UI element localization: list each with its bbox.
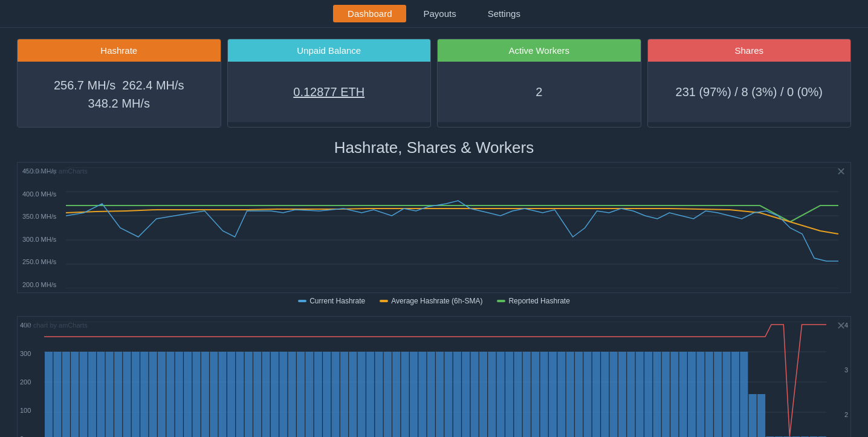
svg-rect-63 [271, 352, 279, 437]
svg-rect-61 [262, 352, 270, 437]
svg-rect-103 [444, 352, 452, 437]
svg-rect-165 [714, 352, 722, 437]
shares-chart-container: JS chart by amCharts ✕ 400 300 200 [17, 316, 851, 437]
svg-rect-101 [436, 352, 444, 437]
svg-rect-127 [549, 352, 557, 437]
svg-rect-129 [557, 352, 565, 437]
legend-reported-hashrate-icon [497, 300, 505, 302]
legend-avg-hashrate-icon [380, 300, 388, 302]
svg-rect-147 [636, 352, 644, 437]
svg-rect-83 [358, 352, 366, 437]
svg-rect-27 [114, 352, 122, 437]
svg-rect-91 [392, 352, 400, 437]
hashrate-card-value: 256.7 MH/s 262.4 MH/s 348.2 MH/s [18, 62, 221, 127]
balance-card: Unpaid Balance 0.12877 ETH [227, 39, 432, 128]
svg-rect-33 [140, 352, 148, 437]
chart1-legend: Current Hashrate Average Hashrate (6h-SM… [17, 293, 851, 309]
hashrate-chart-svg [66, 167, 838, 288]
workers-card-value: 2 [438, 62, 641, 122]
svg-rect-65 [279, 352, 287, 437]
nav-dashboard[interactable]: Dashboard [333, 5, 406, 22]
shares-card-title: Shares [648, 39, 851, 62]
nav-payouts[interactable]: Payouts [409, 5, 470, 22]
svg-rect-157 [679, 352, 687, 437]
svg-rect-135 [583, 352, 591, 437]
svg-rect-159 [688, 352, 696, 437]
legend-current-hashrate-icon [298, 300, 306, 302]
hashrate-chart-container: JS chart by amCharts ✕ 450.0 MH/s [17, 162, 851, 309]
svg-rect-133 [575, 352, 583, 437]
balance-card-value: 0.12877 ETH [228, 62, 431, 122]
svg-rect-167 [722, 352, 730, 437]
svg-rect-117 [505, 352, 513, 437]
svg-rect-35 [149, 352, 157, 437]
svg-rect-145 [627, 352, 635, 437]
chart1-title: Hashrate, Shares & Workers [0, 138, 868, 157]
svg-rect-41 [175, 352, 183, 437]
nav-settings[interactable]: Settings [473, 5, 535, 22]
svg-rect-153 [662, 352, 670, 437]
legend-current-hashrate: Current Hashrate [298, 297, 365, 305]
svg-rect-67 [288, 352, 296, 437]
svg-rect-111 [479, 352, 487, 437]
svg-rect-37 [158, 352, 166, 437]
y2-label-4: 100 [20, 407, 31, 414]
svg-rect-13 [53, 352, 61, 437]
svg-rect-121 [523, 352, 531, 437]
svg-rect-161 [696, 352, 704, 437]
svg-rect-85 [366, 352, 374, 437]
hashrate-card: Hashrate 256.7 MH/s 262.4 MH/s 348.2 MH/… [17, 39, 221, 128]
balance-card-title: Unpaid Balance [228, 39, 431, 62]
chart1-watermark: JS chart by amCharts [24, 167, 88, 175]
svg-rect-21 [88, 352, 96, 437]
svg-rect-155 [670, 352, 678, 437]
svg-rect-73 [314, 352, 322, 437]
svg-rect-149 [644, 352, 652, 437]
svg-rect-15 [62, 352, 70, 437]
svg-rect-39 [166, 352, 174, 437]
svg-rect-87 [375, 352, 383, 437]
svg-rect-137 [592, 352, 600, 437]
hashrate-chart-area: JS chart by amCharts ✕ 450.0 MH/s [17, 162, 851, 293]
main-nav: Dashboard Payouts Settings [0, 0, 868, 28]
svg-rect-125 [540, 352, 548, 437]
shares-card-value: 231 (97%) / 8 (3%) / 0 (0%) [648, 62, 851, 122]
workers-card-title: Active Workers [438, 39, 641, 62]
svg-rect-45 [192, 352, 200, 437]
y2-label-3: 200 [20, 378, 31, 386]
svg-rect-151 [653, 352, 661, 437]
y-label-6: 200.0 MH/s [22, 281, 56, 288]
svg-rect-169 [731, 352, 739, 437]
hashrate-card-title: Hashrate [18, 39, 221, 62]
y-label-3: 350.0 MH/s [22, 213, 56, 220]
chart2-close-icon[interactable]: ✕ [837, 319, 846, 332]
svg-rect-47 [201, 352, 209, 437]
chart1-close-icon[interactable]: ✕ [837, 165, 846, 178]
svg-rect-119 [514, 352, 522, 437]
legend-reported-hashrate-label: Reported Hashrate [508, 297, 569, 305]
legend-avg-hashrate: Average Hashrate (6h-SMA) [380, 297, 482, 305]
y-label-2: 400.0 MH/s [22, 190, 56, 198]
svg-rect-105 [453, 352, 461, 437]
svg-rect-31 [132, 352, 140, 437]
svg-rect-81 [349, 352, 357, 437]
svg-rect-51 [219, 352, 227, 437]
legend-current-hashrate-label: Current Hashrate [309, 297, 365, 305]
svg-rect-131 [566, 352, 574, 437]
y-label-5: 250.0 MH/s [22, 258, 56, 265]
svg-rect-89 [384, 352, 392, 437]
svg-rect-163 [705, 352, 713, 437]
svg-rect-19 [80, 352, 88, 437]
svg-rect-109 [471, 352, 479, 437]
y2r-label-2: 3 [844, 366, 848, 374]
svg-rect-11 [45, 352, 53, 437]
svg-rect-57 [245, 352, 253, 437]
svg-rect-77 [331, 352, 339, 437]
svg-rect-25 [106, 352, 114, 437]
y2r-label-3: 2 [844, 411, 848, 418]
svg-rect-75 [323, 352, 331, 437]
svg-rect-115 [497, 352, 505, 437]
svg-rect-171 [740, 352, 748, 437]
shares-chart-svg [44, 322, 826, 437]
svg-rect-23 [97, 352, 105, 437]
